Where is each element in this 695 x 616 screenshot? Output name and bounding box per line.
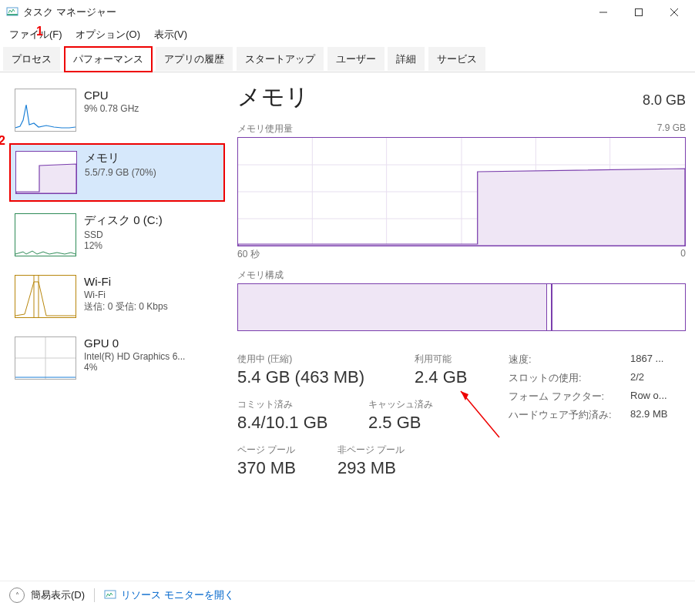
disk-sub2: 12%	[84, 240, 163, 251]
tab-processes[interactable]: プロセス	[3, 47, 60, 71]
disk-thumb	[15, 213, 76, 256]
nonpaged-pool-value: 293 MB	[337, 458, 405, 478]
chevron-up-icon[interactable]: ˄	[9, 588, 25, 603]
gpu-sub2: 4%	[84, 362, 185, 373]
menu-options[interactable]: オプション(O)	[71, 26, 145, 43]
cached-value: 2.5 GB	[368, 413, 433, 433]
committed-value: 8.4/10.1 GB	[237, 413, 368, 433]
main-panel: メモリ 8.0 GB メモリ使用量 7.9 GB 60 秒 0 メモ	[225, 82, 686, 574]
memory-title: メモリ	[85, 151, 156, 166]
page-title: メモリ	[237, 82, 309, 113]
footer: ˄ 簡易表示(D) リソース モニターを開く	[0, 581, 695, 609]
in-use-label: 使用中 (圧縮)	[237, 353, 415, 366]
tab-services[interactable]: サービス	[428, 47, 485, 71]
tab-performance[interactable]: パフォーマンス	[64, 46, 153, 72]
hwreserved-key: ハードウェア予約済み:	[509, 408, 630, 422]
simple-view-button[interactable]: 簡易表示(D)	[31, 588, 85, 602]
memory-thumb	[15, 151, 77, 194]
window-title: タスク マネージャー	[23, 5, 116, 19]
speed-key: 速度:	[509, 353, 630, 367]
sidebar-item-cpu[interactable]: CPU 9% 0.78 GHz	[9, 82, 225, 139]
maximize-button[interactable]	[621, 0, 656, 25]
sidebar-item-memory[interactable]: メモリ 5.5/7.9 GB (70%)	[9, 143, 225, 202]
hwreserved-value: 82.9 MB	[630, 408, 686, 422]
sidebar-item-disk[interactable]: ディスク 0 (C:) SSD 12%	[9, 206, 225, 263]
menu-view[interactable]: 表示(V)	[149, 26, 192, 43]
resource-monitor-icon	[104, 589, 116, 601]
annotation-marker-1: 1	[36, 25, 43, 38]
available-value: 2.4 GB	[415, 367, 467, 387]
memory-total: 8.0 GB	[643, 92, 686, 109]
menubar: ファイル(F) オプション(O) 表示(V) 1	[0, 25, 695, 45]
app-icon	[6, 6, 18, 18]
tab-users[interactable]: ユーザー	[327, 47, 384, 71]
wifi-sub1: Wi-Fi	[84, 290, 168, 300]
axis-right: 0	[680, 248, 686, 261]
slots-value: 2/2	[630, 371, 686, 385]
committed-label: コミット済み	[237, 398, 368, 411]
annotation-marker-2: 2	[0, 134, 5, 148]
svg-rect-1	[7, 14, 18, 15]
tab-details[interactable]: 詳細	[388, 47, 425, 71]
open-resource-monitor-link[interactable]: リソース モニターを開く	[121, 588, 234, 602]
minimize-button[interactable]	[586, 0, 621, 25]
available-label: 利用可能	[415, 353, 467, 366]
wifi-thumb	[15, 275, 76, 318]
paged-pool-label: ページ プール	[237, 444, 337, 457]
memory-sub: 5.5/7.9 GB (70%)	[85, 167, 156, 178]
sidebar: CPU 9% 0.78 GHz メモリ 5.5/7.9 GB (70%) ディス…	[9, 82, 225, 574]
cpu-title: CPU	[84, 89, 139, 102]
tab-startup[interactable]: スタートアップ	[237, 47, 324, 71]
footer-divider	[94, 588, 95, 602]
cached-label: キャッシュ済み	[368, 398, 433, 411]
cpu-sub: 9% 0.78 GHz	[84, 103, 139, 114]
gpu-thumb	[15, 336, 76, 380]
disk-title: ディスク 0 (C:)	[84, 213, 163, 228]
gpu-title: GPU 0	[84, 336, 185, 350]
close-button[interactable]	[656, 0, 692, 25]
form-value: Row o...	[630, 390, 686, 403]
body: 2 CPU 9% 0.78 GHz メモリ 5.5/7.9 GB (70%)	[0, 72, 695, 581]
memory-usage-chart	[237, 137, 686, 246]
usage-max: 7.9 GB	[657, 122, 686, 136]
wifi-sub2: 送信: 0 受信: 0 Kbps	[84, 300, 168, 313]
gpu-sub1: Intel(R) HD Graphics 6...	[84, 351, 185, 362]
disk-sub1: SSD	[84, 229, 163, 240]
tab-app-history[interactable]: アプリの履歴	[156, 47, 233, 71]
sidebar-item-gpu[interactable]: GPU 0 Intel(R) HD Graphics 6... 4%	[9, 330, 225, 387]
in-use-value: 5.4 GB (463 MB)	[237, 367, 415, 387]
paged-pool-value: 370 MB	[237, 458, 337, 478]
slots-key: スロットの使用:	[509, 371, 630, 385]
sidebar-item-wifi[interactable]: Wi-Fi Wi-Fi 送信: 0 受信: 0 Kbps	[9, 268, 225, 325]
svg-rect-3	[636, 9, 643, 16]
axis-left: 60 秒	[237, 248, 260, 261]
usage-label: メモリ使用量	[237, 122, 293, 136]
memory-composition-bar	[237, 283, 686, 331]
tab-bar: プロセス パフォーマンス アプリの履歴 スタートアップ ユーザー 詳細 サービス	[0, 45, 695, 72]
cpu-thumb	[15, 89, 76, 132]
wifi-title: Wi-Fi	[84, 275, 168, 288]
speed-value: 1867 ...	[630, 353, 686, 367]
svg-marker-6	[16, 164, 76, 193]
nonpaged-pool-label: 非ページ プール	[337, 444, 405, 457]
titlebar: タスク マネージャー	[0, 0, 695, 25]
form-key: フォーム ファクター:	[509, 390, 630, 403]
composition-label: メモリ構成	[237, 269, 686, 282]
